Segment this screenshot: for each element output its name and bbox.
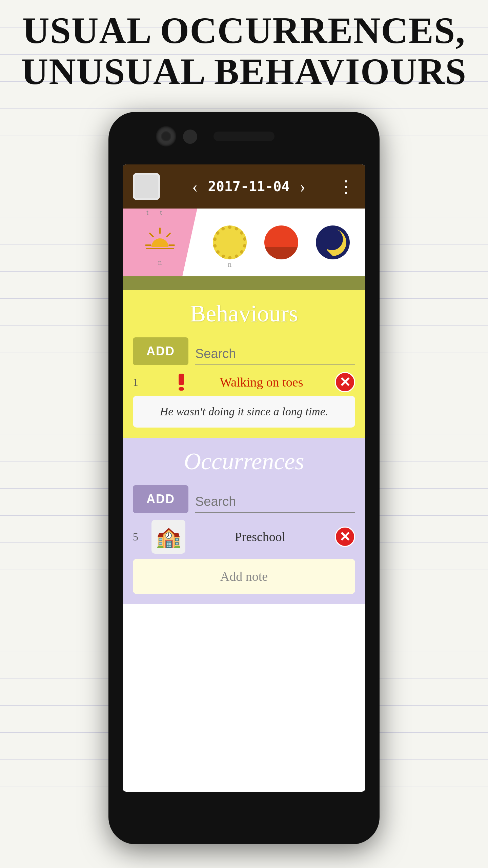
morning-label-t2: t bbox=[160, 208, 162, 217]
behaviour-item: 1 🦿 Walking on toes ✕ bbox=[133, 372, 355, 392]
weather-night[interactable] bbox=[314, 224, 351, 261]
svg-rect-9 bbox=[179, 374, 184, 385]
weather-morning[interactable]: t t n bbox=[123, 209, 197, 276]
morning-label-n: n bbox=[158, 258, 162, 267]
svg-rect-0 bbox=[135, 175, 158, 198]
svg-line-4 bbox=[167, 233, 170, 237]
occurrence-item: 5 🏫 Preschool ✕ bbox=[133, 520, 355, 554]
phone-screen: 🦋 ‹ 2017-11-04 › ⋮ t t bbox=[123, 164, 365, 792]
svg-text:🦿: 🦿 bbox=[151, 372, 172, 392]
behaviours-add-button[interactable]: ADD bbox=[133, 337, 188, 365]
app-logo: 🦋 bbox=[133, 173, 160, 200]
behaviours-search-input[interactable] bbox=[195, 343, 355, 365]
behaviour-remove-button[interactable]: ✕ bbox=[335, 372, 355, 392]
behaviours-section: Behaviours ADD 1 🦿 bbox=[123, 290, 365, 438]
occurrence-number: 5 bbox=[133, 531, 146, 543]
behaviour-note-text: He wasn't doing it since a long time. bbox=[143, 405, 345, 418]
occurrences-add-button[interactable]: ADD bbox=[133, 485, 188, 513]
camera-icon bbox=[156, 126, 176, 146]
camera2-icon bbox=[183, 130, 197, 144]
prev-button[interactable]: ‹ bbox=[192, 178, 198, 195]
morning-label-t1: t bbox=[146, 208, 148, 217]
behaviour-number: 1 bbox=[133, 376, 146, 389]
occurrences-section: Occurrences ADD 5 🏫 Preschool ✕ Add note bbox=[123, 438, 365, 604]
add-note-box[interactable]: Add note bbox=[133, 559, 355, 594]
occurrence-remove-button[interactable]: ✕ bbox=[335, 527, 355, 547]
add-note-label: Add note bbox=[220, 569, 268, 584]
olive-divider bbox=[123, 276, 365, 290]
menu-button[interactable]: ⋮ bbox=[338, 177, 355, 196]
occurrences-controls: ADD bbox=[133, 485, 355, 513]
behaviours-title: Behaviours bbox=[133, 300, 355, 327]
speaker bbox=[214, 132, 274, 141]
svg-line-3 bbox=[150, 233, 153, 237]
weather-day: n bbox=[197, 209, 365, 276]
app-header: 🦋 ‹ 2017-11-04 › ⋮ bbox=[123, 164, 365, 209]
header-date: 2017-11-04 bbox=[208, 179, 290, 194]
occurrences-search-input[interactable] bbox=[195, 491, 355, 513]
svg-rect-10 bbox=[179, 387, 184, 391]
occurrence-label: Preschool bbox=[190, 529, 330, 544]
phone-device: 🦋 ‹ 2017-11-04 › ⋮ t t bbox=[108, 112, 380, 844]
behaviour-note-box: He wasn't doing it since a long time. bbox=[133, 396, 355, 428]
weather-strip: t t n bbox=[123, 209, 365, 276]
occurrences-search-field bbox=[195, 491, 355, 513]
behaviours-controls: ADD bbox=[133, 337, 355, 365]
behaviours-search-field bbox=[195, 343, 355, 365]
header-nav: ‹ 2017-11-04 › bbox=[167, 178, 331, 195]
occurrence-school-icon: 🏫 bbox=[151, 520, 185, 554]
occurrences-title: Occurrences bbox=[133, 448, 355, 475]
weather-hazy[interactable] bbox=[263, 224, 300, 261]
behaviour-icons: 🦿 bbox=[151, 372, 188, 392]
next-button[interactable]: › bbox=[300, 178, 305, 195]
page-title: USUAL OCCURRENCES, UNUSUAL BEHAVIOURS bbox=[0, 0, 488, 99]
behaviour-label: Walking on toes bbox=[193, 375, 330, 390]
weather-sunny[interactable]: n bbox=[211, 224, 248, 261]
